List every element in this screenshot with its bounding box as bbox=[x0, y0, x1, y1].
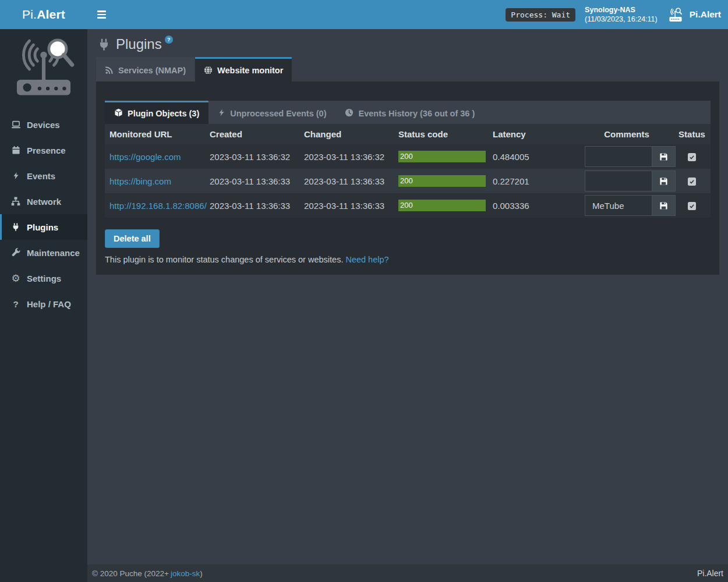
tab-website-monitor[interactable]: Website monitor bbox=[195, 57, 292, 81]
gear-icon: ⚙ bbox=[10, 274, 22, 283]
tab-plugin-objects[interactable]: Plugin Objects (3) bbox=[105, 101, 208, 124]
navbar-brand-right[interactable]: Pi.Alert bbox=[667, 7, 723, 23]
calendar-icon bbox=[10, 146, 22, 155]
page-header: Plugins ? bbox=[96, 29, 719, 57]
monitored-url-link[interactable]: https://google.com bbox=[109, 152, 181, 162]
sidebar-item-label: Network bbox=[27, 197, 61, 207]
sidebar-item-plugins[interactable]: Plugins bbox=[0, 214, 87, 240]
app-logo-prefix: Pi. bbox=[22, 8, 37, 22]
cube-icon bbox=[114, 108, 123, 119]
sidebar-item-events[interactable]: Events bbox=[0, 163, 87, 189]
sidebar-item-label: Events bbox=[27, 171, 55, 181]
sidebar-toggle-button[interactable] bbox=[94, 0, 109, 29]
sidebar-logo bbox=[0, 29, 87, 104]
need-help-link[interactable]: Need help? bbox=[345, 255, 388, 264]
footer: © 2020 Puche (2022+jokob-sk) Pi.Alert bbox=[87, 565, 728, 582]
table-header-row: Monitored URL Created Changed Status cod… bbox=[105, 124, 711, 144]
content-area: Plugins ? Services (NMAP) Website monito… bbox=[87, 29, 728, 582]
wrench-icon bbox=[10, 248, 22, 257]
save-comment-button[interactable] bbox=[652, 147, 675, 166]
sidebar-item-settings[interactable]: ⚙ Settings bbox=[0, 265, 87, 291]
inner-tab-label: Events History (36 out of 36 ) bbox=[358, 109, 475, 118]
navbar-brand-label: Pi.Alert bbox=[690, 9, 721, 20]
bolt-icon bbox=[10, 171, 22, 180]
delete-all-button[interactable]: Delete all bbox=[105, 229, 160, 248]
col-status-code: Status code bbox=[394, 124, 488, 144]
comment-input[interactable] bbox=[585, 196, 652, 215]
col-monitored-url: Monitored URL bbox=[105, 124, 205, 144]
sidebar-item-devices[interactable]: Devices bbox=[0, 112, 87, 137]
sidebar-item-help-faq[interactable]: ? Help / FAQ bbox=[0, 291, 87, 317]
sidebar-item-label: Presence bbox=[27, 146, 66, 155]
monitored-url-link[interactable]: http://192.168.1.82:8086/ bbox=[109, 201, 207, 211]
status-code-bar: 200 bbox=[398, 200, 486, 211]
sidebar-item-network[interactable]: Network bbox=[0, 189, 87, 214]
changed-cell: 2023-03-11 13:36:33 bbox=[299, 193, 394, 218]
monitored-url-link[interactable]: https://bing.com bbox=[109, 176, 171, 186]
col-comments: Comments bbox=[580, 124, 673, 144]
sidebar: Devices Presence Events Network Plugins bbox=[0, 29, 87, 582]
laptop-icon bbox=[10, 120, 22, 129]
changed-cell: 2023-03-11 13:36:32 bbox=[299, 144, 394, 169]
status-checkbox[interactable] bbox=[688, 202, 696, 210]
save-icon bbox=[659, 177, 668, 186]
table-row: https://google.com 2023-03-11 13:36:32 2… bbox=[105, 144, 711, 169]
hamburger-icon bbox=[97, 10, 106, 12]
sidebar-item-label: Settings bbox=[27, 274, 61, 283]
tab-services-nmap[interactable]: Services (NMAP) bbox=[96, 57, 195, 81]
url-cell: https://bing.com bbox=[105, 169, 205, 193]
save-icon bbox=[659, 152, 668, 161]
latency-cell: 0.227201 bbox=[488, 169, 580, 193]
latency-cell: 0.003336 bbox=[488, 193, 580, 218]
sitemap-icon bbox=[10, 197, 22, 206]
comment-cell bbox=[580, 169, 673, 193]
process-status-badge: Process: Wait bbox=[506, 8, 575, 22]
check-icon bbox=[689, 179, 695, 184]
created-cell: 2023-03-11 13:36:32 bbox=[205, 144, 299, 169]
router-scan-logo-icon bbox=[8, 34, 80, 99]
sidebar-item-maintenance[interactable]: Maintenance bbox=[0, 240, 87, 265]
clock-icon bbox=[345, 108, 354, 119]
sidebar-item-label: Help / FAQ bbox=[27, 299, 71, 309]
col-status: Status bbox=[673, 124, 711, 144]
table-row: http://192.168.1.82:8086/ 2023-03-11 13:… bbox=[105, 193, 711, 218]
plugin-objects-table: Monitored URL Created Changed Status cod… bbox=[105, 124, 711, 218]
tab-events-history[interactable]: Events History (36 out of 36 ) bbox=[335, 101, 484, 124]
footer-credits: © 2020 Puche (2022+jokob-sk) bbox=[92, 569, 203, 578]
host-name: Synology-NAS bbox=[585, 5, 658, 15]
status-cell bbox=[673, 169, 711, 193]
comment-input[interactable] bbox=[585, 147, 652, 166]
comment-cell bbox=[580, 193, 673, 218]
status-code-cell: 200 bbox=[394, 169, 488, 193]
title-help-badge[interactable]: ? bbox=[165, 36, 173, 44]
app-logo-bold: Alert bbox=[37, 8, 65, 22]
save-comment-button[interactable] bbox=[652, 171, 675, 191]
tab-label: Website monitor bbox=[217, 66, 283, 75]
app-logo[interactable]: Pi.Alert bbox=[0, 0, 87, 29]
footer-brand: Pi.Alert bbox=[697, 569, 723, 578]
tab-unprocessed-events[interactable]: Unprocessed Events (0) bbox=[208, 101, 335, 124]
navbar-right: Process: Wait Synology-NAS (11/03/2023, … bbox=[506, 0, 723, 29]
check-icon bbox=[689, 154, 695, 160]
sidebar-item-presence[interactable]: Presence bbox=[0, 137, 87, 163]
signal-icon bbox=[105, 66, 114, 74]
status-checkbox[interactable] bbox=[688, 178, 696, 186]
comment-input-group bbox=[585, 171, 676, 191]
top-navbar: Pi.Alert Process: Wait Synology-NAS (11/… bbox=[0, 0, 728, 29]
created-cell: 2023-03-11 13:36:33 bbox=[205, 169, 299, 193]
url-cell: https://google.com bbox=[105, 144, 205, 169]
host-time: (11/03/2023, 16:24:11) bbox=[585, 15, 658, 24]
latency-cell: 0.484005 bbox=[488, 144, 580, 169]
website-monitor-pane: Plugin Objects (3) Unprocessed Events (0… bbox=[96, 81, 719, 275]
jokob-sk-link[interactable]: jokob-sk bbox=[171, 569, 200, 578]
save-comment-button[interactable] bbox=[652, 196, 675, 215]
page-title: Plugins bbox=[116, 36, 162, 52]
status-code-bar: 200 bbox=[398, 151, 486, 162]
status-checkbox[interactable] bbox=[688, 153, 696, 161]
comment-input-group bbox=[585, 146, 676, 167]
router-scan-icon bbox=[667, 7, 684, 23]
plugin-tabs: Services (NMAP) Website monitor bbox=[96, 57, 719, 81]
tab-label: Services (NMAP) bbox=[118, 66, 186, 75]
comment-input[interactable] bbox=[585, 171, 652, 191]
question-icon: ? bbox=[10, 299, 22, 309]
